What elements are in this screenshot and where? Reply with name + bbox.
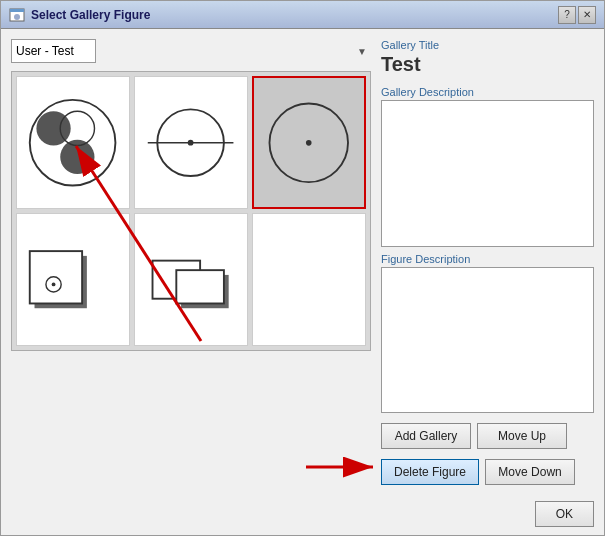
move-up-button[interactable]: Move Up <box>477 423 567 449</box>
figure-4-svg <box>25 224 120 335</box>
figure-description-label: Figure Description <box>381 253 594 265</box>
gallery-cell-1[interactable] <box>16 76 130 209</box>
bottom-row: OK <box>1 495 604 535</box>
right-panel: Gallery Title Test Gallery Description F… <box>381 39 594 485</box>
window-title: Select Gallery Figure <box>31 8 150 22</box>
gallery-dropdown[interactable]: User - TestDefault <box>11 39 96 63</box>
svg-rect-1 <box>10 9 24 12</box>
gallery-cell-2[interactable] <box>134 76 248 209</box>
gallery-description-input[interactable] <box>381 100 594 247</box>
svg-point-15 <box>52 282 56 286</box>
delete-figure-button[interactable]: Delete Figure <box>381 459 479 485</box>
figure-5-svg <box>143 224 238 335</box>
buttons-row-2-wrapper: Delete Figure Move Down <box>381 455 594 485</box>
svg-point-11 <box>306 140 312 146</box>
svg-rect-18 <box>177 270 225 303</box>
figure-description-section: Figure Description <box>381 253 594 414</box>
buttons-row-1: Add Gallery Move Up <box>381 423 594 449</box>
dropdown-arrow-icon: ▼ <box>357 46 367 57</box>
add-gallery-button[interactable]: Add Gallery <box>381 423 471 449</box>
title-bar: Select Gallery Figure ? ✕ <box>1 1 604 29</box>
ok-button[interactable]: OK <box>535 501 594 527</box>
gallery-cell-6[interactable] <box>252 213 366 346</box>
gallery-cell-3[interactable] <box>252 76 366 209</box>
gallery-cell-5[interactable] <box>134 213 248 346</box>
figure-2-svg <box>143 87 238 198</box>
window-icon <box>9 7 25 23</box>
dropdown-row: User - TestDefault ▼ <box>11 39 371 63</box>
move-down-button[interactable]: Move Down <box>485 459 575 485</box>
buttons-row-2: Delete Figure Move Down <box>381 459 594 485</box>
content-area: User - TestDefault ▼ <box>1 29 604 495</box>
gallery-description-section: Gallery Description <box>381 86 594 247</box>
gallery-description-label: Gallery Description <box>381 86 594 98</box>
gallery-title-section: Gallery Title Test <box>381 39 594 80</box>
help-button[interactable]: ? <box>558 6 576 24</box>
gallery-grid <box>11 71 371 351</box>
gallery-cell-4[interactable] <box>16 213 130 346</box>
figure-description-input[interactable] <box>381 267 594 414</box>
title-bar-left: Select Gallery Figure <box>9 7 150 23</box>
svg-point-9 <box>188 140 194 146</box>
title-bar-buttons: ? ✕ <box>558 6 596 24</box>
left-panel: User - TestDefault ▼ <box>11 39 371 485</box>
gallery-title-value: Test <box>381 53 594 76</box>
figure-3-svg <box>262 88 356 198</box>
close-button[interactable]: ✕ <box>578 6 596 24</box>
figure-1-svg <box>25 87 120 198</box>
dropdown-wrapper: User - TestDefault ▼ <box>11 39 371 63</box>
main-window: Select Gallery Figure ? ✕ User - TestDef… <box>0 0 605 536</box>
svg-point-2 <box>14 14 20 20</box>
gallery-title-label: Gallery Title <box>381 39 594 51</box>
